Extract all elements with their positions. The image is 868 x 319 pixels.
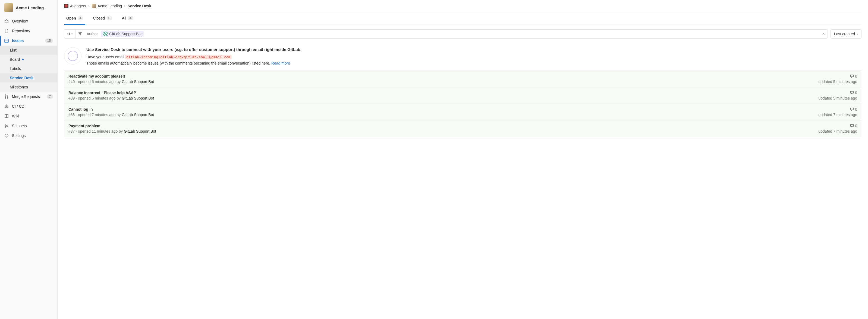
service-desk-info: · · Use Service Desk to connect with you…	[64, 43, 862, 71]
svg-point-7	[5, 127, 6, 128]
sidebar-item-label: CI / CD	[12, 104, 53, 108]
read-more-link[interactable]: Read more	[271, 61, 290, 65]
sidebar-item-overview[interactable]: Overview	[0, 16, 57, 26]
tab-closed[interactable]: Closed0	[91, 12, 114, 25]
chevron-right-icon: ›	[88, 4, 90, 8]
filter-icon	[79, 32, 82, 36]
project-header[interactable]: Acme Lending	[0, 0, 57, 15]
comments-icon	[850, 124, 854, 128]
issues-subnav: List Board Labels Service Desk Milestone…	[0, 45, 57, 92]
issue-author[interactable]: GitLab Support Bot	[122, 113, 154, 117]
issue-title[interactable]: Balance incorrect - Please help ASAP	[68, 91, 154, 95]
tab-all[interactable]: All4	[120, 12, 135, 25]
sidebar-item-label: Wiki	[12, 114, 53, 118]
issues-icon	[4, 38, 9, 43]
issue-author[interactable]: GitLab Support Bot	[122, 96, 154, 100]
issue-row[interactable]: Payment problem #37 · opened 11 minutes …	[64, 120, 862, 137]
svg-point-5	[7, 97, 8, 99]
issue-list: Reactivate my account please!! #40 · ope…	[64, 71, 862, 137]
info-email-line: Have your users email gitlab-incoming+gi…	[86, 54, 862, 60]
svg-point-3	[5, 95, 6, 96]
issue-title[interactable]: Payment problem	[68, 124, 156, 128]
gear-icon	[4, 134, 9, 138]
breadcrumb-avengers[interactable]: Avengers	[64, 4, 86, 8]
filter-history-button[interactable]: ↺▾	[64, 30, 76, 38]
issue-meta: #37 · opened 11 minutes ago by GitLab Su…	[68, 129, 156, 134]
file-icon	[4, 29, 9, 33]
sidebar-item-label: Settings	[12, 134, 53, 138]
issue-row[interactable]: Balance incorrect - Please help ASAP #39…	[64, 87, 862, 104]
sort-dropdown[interactable]: Last created▾	[831, 29, 862, 38]
issue-author[interactable]: GitLab Support Bot	[122, 79, 154, 84]
issue-row[interactable]: Cannot log in #38 · opened 7 minutes ago…	[64, 104, 862, 120]
breadcrumb-acme-lending[interactable]: Acme Lending	[92, 4, 122, 8]
history-icon: ↺	[67, 32, 70, 36]
comments-icon	[850, 107, 854, 111]
issue-updated: updated 7 minutes ago	[818, 113, 857, 117]
project-avatar-icon	[92, 4, 96, 8]
group-avatar-icon	[64, 4, 68, 8]
svg-point-9	[6, 135, 7, 136]
sidebar-item-settings[interactable]: Settings	[0, 131, 57, 141]
info-heading: Use Service Desk to connect with your us…	[86, 47, 862, 52]
project-avatar-icon	[4, 3, 13, 12]
sidebar-item-label: Overview	[12, 19, 53, 23]
sidebar-sub-list[interactable]: List	[0, 45, 57, 55]
sidebar-sub-service-desk[interactable]: Service Desk	[0, 73, 57, 82]
tab-count-badge: 0	[106, 16, 112, 20]
home-icon	[4, 19, 9, 23]
issue-author[interactable]: GitLab Support Bot	[124, 129, 156, 134]
svg-rect-0	[5, 39, 8, 42]
bot-avatar-icon	[103, 32, 107, 36]
filter-author-label: Author	[85, 32, 100, 36]
sidebar-sub-labels[interactable]: Labels	[0, 64, 57, 73]
issue-comments[interactable]: 0	[850, 107, 857, 111]
comments-icon	[850, 91, 854, 95]
svg-point-8	[5, 124, 6, 125]
chevron-right-icon: ›	[124, 4, 125, 8]
mr-count-badge: 7	[47, 95, 53, 99]
issue-comments[interactable]: 0	[850, 74, 857, 78]
issue-comments[interactable]: 0	[850, 91, 857, 95]
breadcrumb-service-desk: Service Desk	[128, 4, 151, 8]
scissors-icon	[4, 124, 9, 128]
issue-meta: #38 · opened 7 minutes ago by GitLab Sup…	[68, 113, 154, 117]
sidebar-item-label: Repository	[12, 29, 53, 33]
sidebar-item-label: Snippets	[12, 124, 53, 128]
sidebar-item-ci-cd[interactable]: CI / CD	[0, 101, 57, 111]
tab-count-badge: 4	[128, 16, 133, 20]
sidebar-item-snippets[interactable]: Snippets	[0, 121, 57, 131]
service-desk-email[interactable]: gitlab-incoming+gitlab-org/gitlab-shell@…	[125, 55, 232, 60]
issues-count-badge: 15	[45, 38, 53, 43]
comments-icon	[850, 74, 854, 78]
sidebar-item-label: Issues	[12, 38, 42, 43]
project-name: Acme Lending	[16, 5, 44, 10]
issue-comments[interactable]: 0	[850, 124, 857, 128]
close-icon: ×	[823, 32, 825, 36]
filter-input[interactable]: ↺▾ Author GitLab Support Bot ×	[64, 29, 828, 38]
sidebar-item-label: Merge Requests	[12, 95, 43, 99]
sidebar-item-wiki[interactable]: Wiki	[0, 111, 57, 121]
merge-icon	[4, 95, 9, 99]
robot-icon: · ·	[64, 47, 82, 65]
issue-meta: #39 · opened 5 minutes ago by GitLab Sup…	[68, 96, 154, 100]
sidebar-sub-board[interactable]: Board	[0, 55, 57, 64]
issue-meta: #40 · opened 5 minutes ago by GitLab Sup…	[68, 79, 154, 84]
breadcrumbs: Avengers › Acme Lending › Service Desk	[64, 0, 862, 12]
filter-search-button[interactable]	[76, 30, 85, 38]
book-icon	[4, 114, 9, 118]
sidebar: Acme Lending Overview Repository Issues …	[0, 0, 58, 319]
sidebar-item-repository[interactable]: Repository	[0, 26, 57, 36]
dot-indicator-icon	[22, 59, 24, 60]
filter-clear-button[interactable]: ×	[820, 32, 828, 36]
sidebar-item-issues[interactable]: Issues 15	[0, 36, 57, 45]
issue-title[interactable]: Cannot log in	[68, 107, 154, 111]
tab-open[interactable]: Open4	[64, 12, 85, 25]
chevron-down-icon: ▾	[857, 33, 858, 36]
issue-title[interactable]: Reactivate my account please!!	[68, 74, 154, 78]
filter-author-chip[interactable]: GitLab Support Bot	[101, 31, 144, 37]
filter-bar: ↺▾ Author GitLab Support Bot × Last crea…	[64, 25, 862, 43]
sidebar-item-merge-requests[interactable]: Merge Requests 7	[0, 92, 57, 101]
sidebar-sub-milestones[interactable]: Milestones	[0, 82, 57, 92]
issue-row[interactable]: Reactivate my account please!! #40 · ope…	[64, 71, 862, 87]
